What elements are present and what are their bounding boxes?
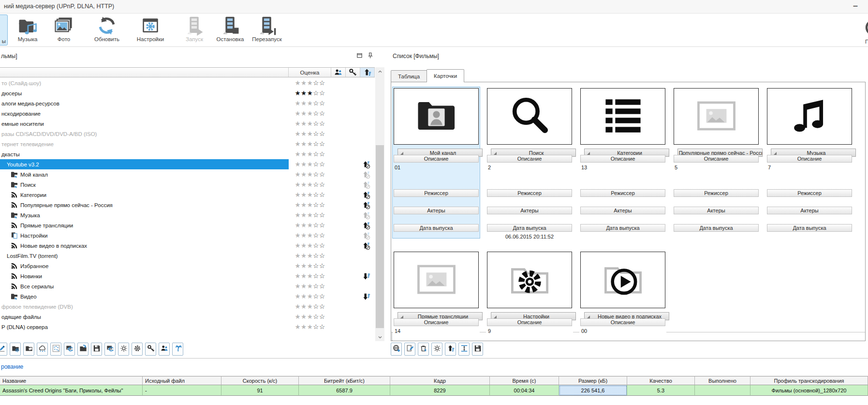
tree-row[interactable]: дкасты ★★★☆☆ (0, 149, 375, 159)
table-header-cell[interactable]: Профиль транскодирования (750, 376, 868, 385)
tree-toolbar-button[interactable] (91, 343, 102, 356)
tree-toolbar-button[interactable] (37, 343, 48, 356)
tree-row[interactable]: LostFilm.TV (torrent) ★★★☆☆ (0, 251, 375, 261)
rating-stars[interactable]: ★★★☆☆ (289, 190, 331, 200)
toolbar-button[interactable]: Обновить (91, 15, 123, 45)
tree-row[interactable]: дюсеры ★★★☆☆ (0, 88, 375, 98)
rating-stars[interactable]: ★★★☆☆ (289, 149, 331, 159)
minimize-button[interactable]: – (848, 0, 863, 12)
cards-toolbar-button[interactable] (391, 343, 402, 356)
sort-disabled-toggle-icon-dim[interactable] (362, 231, 370, 240)
tree-row[interactable]: тернет телевидение ★★★☆☆ (0, 139, 375, 149)
media-card[interactable]: Категории Описание 13 Режиссер Актеры Да… (579, 87, 666, 238)
table-header-cell[interactable]: Время (с) (490, 376, 559, 385)
card-description-header[interactable]: Описание (767, 155, 852, 163)
tree-toolbar-button[interactable] (64, 343, 75, 356)
sort-disabled-toggle-icon[interactable] (362, 201, 370, 210)
rating-stars[interactable]: ★★★☆☆ (289, 251, 331, 261)
tree-row[interactable]: емные носители ★★★☆☆ (0, 119, 375, 129)
tree-row[interactable]: алоги медиа-ресурсов ★★★☆☆ (0, 98, 375, 108)
table-cell[interactable]: 00:04:34 (490, 385, 559, 396)
card-actors-header[interactable]: Актеры (394, 207, 479, 214)
toolbar-button-partial-right[interactable]: П (862, 15, 868, 45)
rating-stars[interactable]: ★★★☆☆ (289, 301, 331, 312)
sort-disabled-toggle-icon-dim[interactable] (362, 180, 370, 189)
media-card[interactable]: Мой канал Описание 01 Режиссер Актеры Да… (393, 87, 480, 238)
sort-column-header[interactable] (360, 68, 375, 77)
rating-stars[interactable]: ★★★☆☆ (289, 78, 331, 88)
tree-row[interactable]: Избранное ★★★☆☆ (0, 261, 375, 271)
media-card[interactable]: Популярные прямо сейчас - Россия Описани… (673, 87, 760, 238)
rating-stars[interactable]: ★★★☆☆ (289, 261, 331, 271)
card-description-header[interactable]: Описание (674, 155, 759, 163)
table-header-cell[interactable]: Исходный файл (143, 376, 221, 385)
panel-window-icon[interactable] (356, 52, 363, 59)
card-release-date-header[interactable]: Дата выпуска (394, 224, 479, 232)
tree-row[interactable]: Популярные прямо сейчас - Россия ★★★☆☆ (0, 200, 375, 210)
table-cell[interactable]: Assassin's Creed Origins "Баги, Приколы,… (0, 385, 143, 396)
rating-stars[interactable]: ★★★☆☆ (289, 180, 331, 190)
rating-stars[interactable]: ★★★☆☆ (289, 220, 331, 230)
table-cell[interactable]: 6587.9 (299, 385, 390, 396)
tree-row[interactable]: Поиск ★★★☆☆ (0, 180, 375, 190)
cards-toolbar-button[interactable] (445, 343, 456, 356)
card-actors-header[interactable]: Актеры (487, 207, 572, 214)
tree-row[interactable]: Мой канал ★★★☆☆ (0, 169, 375, 180)
rating-stars[interactable]: ★★★☆☆ (289, 200, 331, 210)
rating-stars[interactable]: ★★★☆☆ (289, 210, 331, 220)
scrollbar-thumb[interactable] (376, 145, 384, 328)
toolbar-button[interactable]: Остановка (214, 15, 246, 45)
tree-row[interactable]: P (DLNA) сервера ★★★☆☆ (0, 322, 375, 332)
media-card[interactable]: Музыка Описание 7 Режиссер Актеры Дата в… (766, 87, 853, 238)
tree-row[interactable]: разы CD/SACD/DVD/DVD-A/BD (ISO) ★★★☆☆ (0, 129, 375, 139)
tree-toolbar-button[interactable] (0, 343, 7, 356)
card-actors-header[interactable]: Актеры (580, 207, 665, 214)
card-release-date-header[interactable]: Дата выпуска (767, 224, 852, 232)
tree-row[interactable]: одящие файлы ★★★☆☆ (0, 312, 375, 322)
tree-row[interactable]: то (Слайд-шоу) ★★★☆☆ (0, 78, 375, 88)
cards-toolbar-button[interactable] (431, 343, 442, 356)
card-description-header[interactable]: Описание (394, 155, 479, 163)
cards-toolbar-button[interactable] (458, 343, 470, 356)
table-header-cell[interactable]: Название (0, 376, 143, 385)
toolbar-button[interactable]: Фото (48, 15, 80, 45)
rating-stars[interactable]: ★★★☆☆ (289, 139, 331, 149)
rating-stars[interactable]: ★★★☆☆ (289, 230, 331, 240)
rating-stars[interactable]: ★★★☆☆ (289, 108, 331, 119)
card-description-header[interactable]: Описание (394, 318, 479, 326)
rating-stars[interactable]: ★★★☆☆ (289, 271, 331, 281)
sort-disabled-toggle-icon[interactable] (362, 191, 370, 199)
tree-row[interactable]: Youtube v3.2 ★★★☆☆ (0, 159, 375, 169)
rating-stars[interactable]: ★★★☆☆ (289, 88, 331, 98)
scroll-down-icon[interactable] (375, 333, 384, 341)
tree-row[interactable]: Видео ★★★☆☆ (0, 291, 375, 301)
tree-row[interactable]: Настройки ★★★☆☆ (0, 230, 375, 240)
sort-disabled-toggle-icon[interactable] (362, 241, 370, 250)
toolbar-button[interactable]: Музыка (12, 15, 44, 45)
sort-disabled-toggle-icon-dim[interactable] (362, 170, 370, 179)
card-actors-header[interactable]: Актеры (767, 207, 852, 214)
access-column-header[interactable] (346, 68, 360, 77)
tree-row[interactable]: Новые видео в подписках ★★★☆☆ (0, 240, 375, 251)
tree-toolbar-button[interactable] (77, 343, 88, 356)
tree-row[interactable]: Прямые трансляции ★★★☆☆ (0, 220, 375, 230)
card-description-header[interactable]: Описание (580, 318, 665, 326)
table-header-cell[interactable]: Кадр (390, 376, 490, 385)
tree-toolbar-button[interactable] (172, 343, 183, 356)
tree-row[interactable]: Категории ★★★☆☆ (0, 190, 375, 200)
table-header-cell[interactable]: Битрейт (кБит/с) (299, 376, 390, 385)
tree-toolbar-button[interactable] (132, 343, 143, 356)
media-card[interactable]: Прямые трансляции Описание 14 Режиссер А… (393, 251, 480, 341)
card-description-header[interactable]: Описание (487, 318, 572, 326)
sort-disabled-toggle-icon[interactable] (362, 160, 370, 169)
toolbar-button-partial-left[interactable]: ы (0, 15, 8, 45)
tree-scrollbar[interactable] (375, 67, 384, 341)
card-release-date-header[interactable]: Дата выпуска (674, 224, 759, 232)
card-director-header[interactable]: Режиссер (580, 189, 665, 197)
card-director-header[interactable]: Режиссер (487, 189, 572, 197)
sort-descending-icon[interactable] (362, 272, 370, 281)
rating-column-header[interactable]: Оценка (289, 68, 331, 77)
tree-row[interactable]: Музыка ★★★☆☆ (0, 210, 375, 220)
media-card[interactable]: Настройки Описание 9 Режиссер Актеры Дат… (486, 251, 573, 341)
rating-stars[interactable]: ★★★☆☆ (289, 169, 331, 180)
